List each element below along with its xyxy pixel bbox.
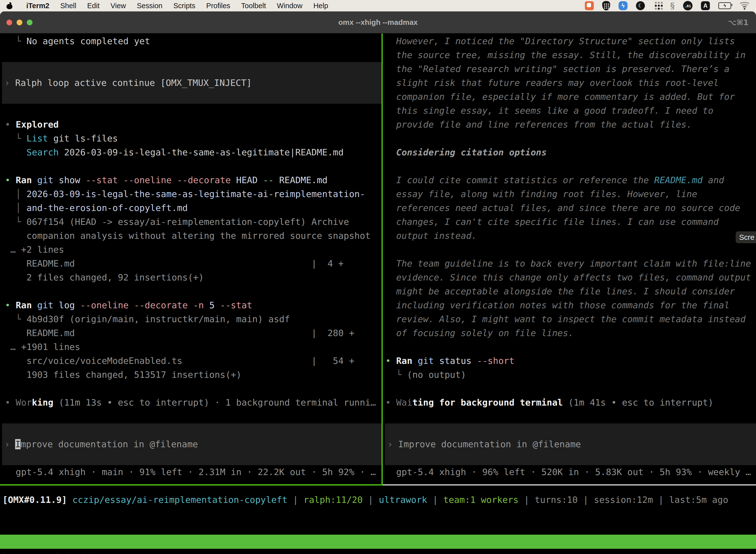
terminal-line: of focusing solely on file lines. [385, 326, 756, 340]
terminal-line: • Ran git status --short [385, 354, 756, 368]
terminal-line: The team guideline is to back every impo… [385, 257, 756, 271]
menu-item-toolbelt[interactable]: Toolbelt [236, 2, 271, 10]
window-title-bar[interactable]: omx --xhigh --madmax ⌥⌘1 [0, 11, 756, 34]
terminal-blank-line [5, 104, 381, 118]
screen: iTerm2ShellEditViewSessionScriptsProfile… [0, 0, 756, 554]
terminal-line: │ and-the-erosion-of-copyleft.md [5, 201, 381, 215]
menu-items: iTerm2ShellEditViewSessionScriptsProfile… [6, 2, 334, 10]
terminal-line: • Ran git show --stat --oneline --decora… [5, 173, 381, 187]
terminal-line: 2 files changed, 92 insertions(+) [5, 271, 381, 284]
terminal-line: companion analysis without altering the … [5, 229, 381, 243]
prompt-input-text: › Ralph loop active continue [OMX_TMUX_I… [4, 76, 381, 90]
tmux-pane-divider[interactable] [381, 34, 383, 484]
terminal-line: └ No agents completed yet [5, 34, 381, 48]
shield-grid-icon[interactable] [602, 1, 610, 10]
terminal-blank-line [5, 284, 381, 298]
prompt-input[interactable]: › Improve documentation in @filename [2, 424, 381, 465]
wifi-icon[interactable] [740, 2, 750, 9]
menu-item-session[interactable]: Session [131, 2, 168, 10]
left-terminal-pane[interactable]: └ No agents completed yet› Ralph loop ac… [0, 34, 381, 484]
omx-status-line: [OMX#0.11.9] cczip/essay/ai-reimplementa… [2, 493, 728, 507]
terminal-line: • Waiting for background terminal (1m 41… [385, 396, 756, 409]
terminal-line: • Working (11m 13s • esc to interrupt) ·… [5, 396, 381, 409]
terminal-line: However, I noticed the "Directory Struct… [385, 34, 756, 48]
tmux-status-bar: [omx-cczip0:bash* "MacBook-Pro-44.local"… [0, 535, 756, 549]
tmux-session-label: [omx-cczip0:bash* [2, 549, 93, 554]
terminal-blank-line [385, 159, 756, 173]
menu-item-window[interactable]: Window [271, 2, 308, 10]
messages-icon[interactable] [585, 1, 594, 10]
terminal-blank-line [385, 382, 756, 396]
terminal-line: this single essay, it seems like a good … [385, 104, 756, 118]
menu-item-scripts[interactable]: Scripts [168, 2, 201, 10]
terminal-blank-line [5, 48, 381, 62]
terminal-blank-line [385, 243, 756, 257]
terminal-line: … +2 lines [5, 243, 381, 257]
terminal-line: might be acceptable alongside the file l… [385, 284, 756, 298]
terminal-line: changes, I can't cite specific file line… [385, 215, 756, 229]
terminal-line: … +1901 lines [5, 340, 381, 354]
terminal-line: including verification notes with those … [385, 298, 756, 312]
terminal-line: Search 2026-03-09-is-legal-the-same-as-l… [5, 146, 381, 159]
battery-icon[interactable]: ϟ [718, 2, 731, 9]
menu-item-iterm2[interactable]: iTerm2 [21, 2, 55, 10]
terminal-blank-line [385, 340, 756, 354]
terminal-line: the source tree, missing the essay. Stil… [385, 48, 756, 62]
active-pane-border [0, 484, 383, 486]
terminal-blank-line [385, 409, 756, 424]
screen-tooltip: Scre [736, 231, 756, 243]
prompt-input[interactable]: › Ralph loop active continue [OMX_TMUX_I… [2, 62, 381, 104]
terminal-blank-line [385, 131, 756, 146]
terminal-line: │ 2026-03-09-is-legal-the-same-as-legiti… [5, 187, 381, 201]
terminal-line: references need actual files, and since … [385, 201, 756, 215]
prompt-input-text: › Improve documentation in @filename [387, 437, 756, 451]
terminal-blank-line [5, 159, 381, 173]
terminal-line: review. Also, I might want to inspect th… [385, 312, 756, 326]
terminal-line: └ List git ls-files [5, 131, 381, 146]
terminal-line: output instead. [385, 229, 756, 243]
terminal-line: companion file, especially if more comme… [385, 90, 756, 104]
terminal-line: evidence. Since this change only affects… [385, 271, 756, 284]
terminal-line: gpt-5.4 xhigh · main · 91% left · 2.31M … [5, 465, 381, 479]
menu-item-shell[interactable]: Shell [55, 2, 82, 10]
terminal-line: └ 4b9d30f (origin/main, instructkr/main,… [5, 312, 381, 326]
terminal-blank-line [5, 409, 381, 424]
terminal-line: └ 067f154 (HEAD -> essay/ai-reimplementa… [5, 215, 381, 229]
terminal-line: • Ran git log --oneline --decorate -n 5 … [5, 298, 381, 312]
terminal-line: src/voice/voiceModeEnabled.ts | 54 + [5, 354, 381, 368]
inactive-pane-border [383, 484, 756, 486]
apple-menu-icon[interactable] [6, 2, 12, 9]
badge-61-icon[interactable]: ..61 [683, 1, 693, 10]
terminal-line: essay file, along with finding root file… [385, 187, 756, 201]
terminal-area: └ No agents completed yet› Ralph loop ac… [0, 34, 756, 554]
menu-item-help[interactable]: Help [308, 2, 334, 10]
window-title: omx --xhigh --madmax [0, 18, 756, 26]
terminal-line: 1903 files changed, 513517 insertions(+) [5, 368, 381, 382]
dots-grid-icon[interactable] [655, 2, 657, 4]
right-terminal-pane[interactable]: However, I noticed the "Directory Struct… [383, 34, 756, 484]
crescent-icon[interactable]: ☾ [636, 1, 645, 10]
menu-item-profiles[interactable]: Profiles [201, 2, 236, 10]
menu-item-edit[interactable]: Edit [82, 2, 105, 10]
terminal-line: I could cite commit statistics or refere… [385, 173, 756, 187]
keyboard-a-icon[interactable]: A [701, 1, 710, 10]
prompt-input[interactable]: › Improve documentation in @filename [385, 424, 756, 465]
terminal-line: └ (no output) [385, 368, 756, 382]
terminal-line: README.md | 4 + [5, 257, 381, 271]
terminal-line: the "Related research writing" section i… [385, 62, 756, 76]
terminal-blank-line [5, 382, 381, 396]
terminal-line: Considering citation options [385, 146, 756, 159]
terminal-line: • Explored [5, 118, 381, 131]
menu-bar-status-icons: ϟ☾§..61Aϟ [585, 1, 750, 11]
prompt-input-text: › Improve documentation in @filename [4, 437, 381, 451]
terminal-line: provide file and line references from th… [385, 118, 756, 131]
iterm2-window: omx --xhigh --madmax ⌥⌘1 └ No agents com… [0, 11, 756, 554]
macos-menu-bar: iTerm2ShellEditViewSessionScriptsProfile… [0, 0, 756, 11]
menu-item-view[interactable]: View [105, 2, 131, 10]
terminal-line: gpt-5.4 xhigh · 96% left · 520K in · 5.8… [385, 465, 756, 479]
zap-badge-icon[interactable]: ϟ [619, 1, 628, 10]
terminal-line: slight risk that future readers may over… [385, 76, 756, 90]
squiggle-icon[interactable]: § [670, 1, 675, 11]
window-shortcut-badge: ⌥⌘1 [728, 18, 749, 27]
terminal-line: README.md | 280 + [5, 326, 381, 340]
